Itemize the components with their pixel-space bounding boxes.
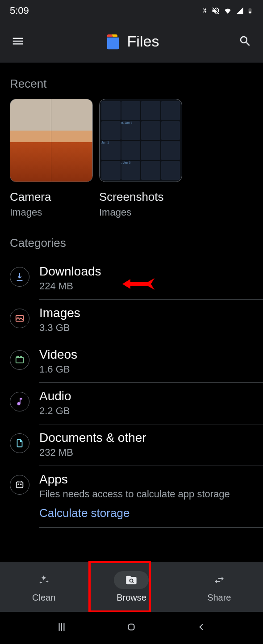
home-button[interactable]: [125, 621, 137, 635]
recent-subtype: Images: [10, 207, 93, 218]
category-name: Downloads: [39, 264, 253, 279]
category-name: Videos: [39, 347, 253, 362]
category-images[interactable]: Images 3.3 GB: [10, 300, 263, 341]
document-icon: [10, 433, 29, 453]
signal-icon: [235, 7, 244, 15]
nav-clean[interactable]: Clean: [0, 562, 88, 612]
category-name: Documents & other: [39, 431, 253, 445]
nav-label: Browse: [117, 593, 146, 603]
folder-search-icon: [125, 574, 138, 586]
svg-rect-2: [17, 482, 23, 488]
recent-label: Camera: [10, 190, 93, 204]
menu-button[interactable]: [9, 34, 27, 48]
recents-button[interactable]: [56, 621, 67, 635]
app-bar: Files: [0, 20, 263, 63]
apps-icon: [10, 475, 29, 495]
system-nav-bar: [0, 612, 263, 644]
category-size: 224 MB: [39, 280, 253, 292]
app-title-wrap: Files: [27, 32, 236, 50]
recent-label: Screenshots: [99, 190, 182, 204]
categories-heading: Categories: [0, 230, 263, 258]
image-icon: [10, 309, 29, 328]
category-downloads[interactable]: Downloads 224 MB: [10, 258, 263, 300]
calculate-storage-link[interactable]: Calculate storage: [39, 506, 253, 520]
category-videos[interactable]: Videos 1.6 GB: [10, 341, 263, 383]
recent-subtype: Images: [99, 207, 182, 218]
screenshots-thumbnail: n, Jan 6 Jan 1 , Jan 6: [99, 99, 182, 182]
recents-icon: [56, 621, 67, 633]
svg-rect-1: [16, 358, 24, 363]
download-icon: [10, 267, 29, 287]
status-time: 5:09: [10, 5, 29, 17]
svg-point-4: [21, 484, 21, 485]
app-title: Files: [127, 33, 159, 50]
bottom-nav: Clean Browse Share: [0, 562, 263, 612]
status-bar: 5:09: [0, 0, 263, 20]
svg-point-3: [18, 484, 19, 485]
back-button[interactable]: [196, 621, 207, 635]
category-name: Apps: [39, 472, 253, 487]
recent-row: Camera Images n, Jan 6 Jan 1 , Jan 6 Scr…: [0, 99, 263, 218]
category-size: 3.3 GB: [39, 322, 253, 334]
status-icons: [201, 6, 253, 16]
wifi-icon: [223, 7, 233, 15]
back-icon: [196, 621, 207, 633]
music-icon: [10, 392, 29, 411]
category-name: Images: [39, 306, 253, 320]
recent-item-camera[interactable]: Camera Images: [10, 99, 93, 218]
hamburger-icon: [11, 34, 25, 48]
nav-label: Clean: [32, 593, 55, 603]
nav-share[interactable]: Share: [175, 562, 263, 612]
categories-list: Downloads 224 MB Images 3.3 GB Videos 1.…: [0, 258, 263, 528]
battery-icon: [247, 6, 253, 16]
bluetooth-icon: [201, 6, 209, 15]
recent-heading: Recent: [0, 71, 263, 99]
video-icon: [10, 350, 29, 370]
category-name: Audio: [39, 389, 253, 403]
sparkle-icon: [38, 574, 50, 586]
category-size: 2.2 GB: [39, 405, 253, 417]
category-size: 232 MB: [39, 447, 253, 458]
category-documents[interactable]: Documents & other 232 MB: [10, 424, 263, 466]
category-audio[interactable]: Audio 2.2 GB: [10, 383, 263, 424]
nav-browse[interactable]: Browse: [88, 562, 175, 612]
svg-rect-6: [129, 624, 134, 630]
mute-icon: [211, 6, 220, 15]
swap-icon: [213, 574, 225, 586]
search-button[interactable]: [236, 34, 254, 48]
files-logo-icon: [104, 32, 122, 50]
nav-label: Share: [207, 593, 231, 603]
category-size: 1.6 GB: [39, 364, 253, 375]
camera-thumbnail: [10, 99, 93, 182]
home-icon: [125, 621, 137, 633]
category-size: Files needs access to calculate app stor…: [39, 488, 253, 500]
search-icon: [238, 34, 252, 48]
recent-item-screenshots[interactable]: n, Jan 6 Jan 1 , Jan 6 Screenshots Image…: [99, 99, 182, 218]
category-apps[interactable]: Apps Files needs access to calculate app…: [10, 466, 263, 528]
main-content: Recent Camera Images n, Jan 6 Jan 1 , Ja…: [0, 63, 263, 528]
